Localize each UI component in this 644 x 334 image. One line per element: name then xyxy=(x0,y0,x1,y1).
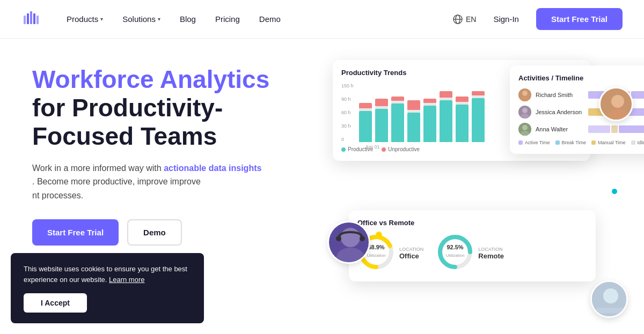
avatar-jessica xyxy=(518,106,531,118)
bar-6 xyxy=(440,91,452,142)
cookie-text: This website uses cookies to ensure you … xyxy=(24,264,191,285)
office-label: LOCATION Office xyxy=(399,247,423,260)
hero-buttons: Start Free Trial Demo xyxy=(32,219,311,246)
profile-avatar-1 xyxy=(599,87,633,121)
svg-point-18 xyxy=(522,125,528,130)
cookie-accept-button[interactable]: I Accept xyxy=(24,293,87,313)
remote-label: LOCATION Remote xyxy=(478,247,504,260)
start-trial-button[interactable]: Start Free Trial xyxy=(536,8,623,30)
language-selector[interactable]: EN xyxy=(453,14,476,24)
remote-donut-wrap: 92.5% Utilization LOCATION Remote xyxy=(436,233,504,273)
svg-rect-3 xyxy=(33,13,35,24)
office-remote-title: Office vs Remote xyxy=(357,219,587,227)
svg-point-34 xyxy=(603,288,618,303)
hero-right: Productivity Trends 150 h 90 h 60 h 30 h… xyxy=(333,60,623,334)
nav-blog[interactable]: Blog xyxy=(172,10,203,28)
nav-solutions[interactable]: Solutions ▾ xyxy=(115,10,168,28)
name-richard: Richard Smith xyxy=(536,92,584,98)
bar-anna xyxy=(588,125,644,133)
office-remote-card: Office vs Remote 68.9% Utilization LOCAT… xyxy=(349,210,596,281)
hero-demo-button[interactable]: Demo xyxy=(127,219,182,246)
remote-donut: 92.5% Utilization xyxy=(436,233,474,273)
bar-2 xyxy=(375,99,388,142)
legend-productive: Productive xyxy=(341,146,373,152)
nav-products[interactable]: Products ▾ xyxy=(59,10,111,28)
activity-row-3: Anna Walter xyxy=(518,123,644,136)
headphone-avatar xyxy=(327,221,370,264)
cookie-learn-more-link[interactable]: Learn more xyxy=(109,276,144,284)
bar-1 xyxy=(359,103,372,142)
svg-text:Utilization: Utilization xyxy=(446,253,465,258)
hero-description: Work in a more informed way with actiona… xyxy=(32,161,311,203)
chevron-down-icon: ▾ xyxy=(100,16,103,22)
avatar-richard xyxy=(518,88,531,101)
svg-text:68.9%: 68.9% xyxy=(368,244,384,250)
legend-active: Active Time xyxy=(518,140,550,145)
name-jessica: Jessica Anderson xyxy=(536,109,584,115)
legend-break: Break Time xyxy=(555,140,587,145)
unproductive-dot xyxy=(382,147,386,152)
legend-manual: Manual Time xyxy=(591,140,626,145)
navbar: Products ▾ Solutions ▾ Blog Pricing Demo… xyxy=(0,0,644,39)
svg-point-21 xyxy=(341,228,360,247)
legend-idle: Idle Time xyxy=(631,140,644,145)
bar-7 xyxy=(456,97,469,142)
svg-point-24 xyxy=(360,236,365,241)
avatar-anna xyxy=(518,123,531,136)
bar-8 xyxy=(472,91,485,142)
svg-text:Utilization: Utilization xyxy=(367,253,386,258)
logo[interactable] xyxy=(21,9,42,29)
svg-point-12 xyxy=(522,91,528,96)
profile-avatar-2 xyxy=(590,280,628,318)
svg-point-23 xyxy=(336,236,341,241)
sign-in-button[interactable]: Sign-In xyxy=(485,10,528,28)
logo-icon xyxy=(21,9,42,29)
name-anna: Anna Walter xyxy=(536,126,584,132)
svg-rect-0 xyxy=(24,16,26,24)
svg-rect-1 xyxy=(27,13,29,24)
legend-unproductive: Unproductive xyxy=(382,146,420,152)
hero-link[interactable]: actionable data insights xyxy=(164,164,261,173)
svg-text:92.5%: 92.5% xyxy=(447,244,464,250)
activity-legend: Active Time Break Time Manual Time Idle … xyxy=(518,140,644,145)
svg-point-15 xyxy=(522,108,528,113)
cookie-banner: This website uses cookies to ensure you … xyxy=(11,253,204,323)
nav-right: EN Sign-In Start Free Trial xyxy=(453,8,623,30)
office-remote-content: 68.9% Utilization LOCATION Office xyxy=(357,233,587,273)
svg-rect-2 xyxy=(30,11,32,24)
bar-5 xyxy=(423,99,436,142)
svg-rect-4 xyxy=(36,16,39,24)
chevron-down-icon: ▾ xyxy=(158,16,160,22)
bar-4 xyxy=(407,100,420,142)
nav-pricing[interactable]: Pricing xyxy=(208,10,247,28)
y-axis: 150 h 90 h 60 h 30 h 0 xyxy=(341,83,354,142)
nav-demo[interactable]: Demo xyxy=(252,10,288,28)
bar-3 xyxy=(391,97,404,142)
globe-icon xyxy=(453,14,463,24)
hero-cta-button[interactable]: Start Free Trial xyxy=(32,219,119,246)
hero-title: Workforce Analytics for Productivity- Fo… xyxy=(32,65,311,151)
yellow-dot-decoration xyxy=(376,232,382,238)
blue-dot-decoration xyxy=(612,189,617,194)
activities-title: Activities / Timeline xyxy=(518,74,644,82)
svg-rect-35 xyxy=(596,308,625,313)
svg-point-9 xyxy=(611,95,624,108)
productive-dot xyxy=(341,147,346,152)
nav-links: Products ▾ Solutions ▾ Blog Pricing Demo xyxy=(59,10,453,28)
